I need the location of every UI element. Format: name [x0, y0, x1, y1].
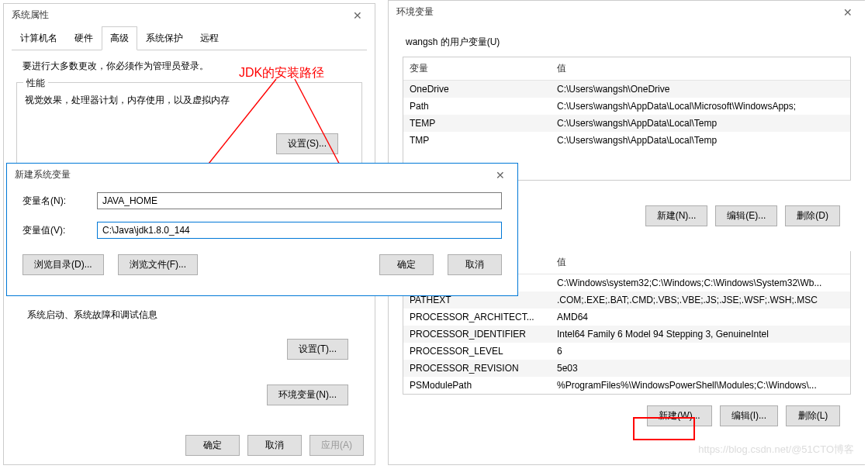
col-val[interactable]: 值 [551, 57, 850, 80]
var-name-label: 变量名(N): [22, 195, 92, 208]
close-icon[interactable]: ✕ [348, 9, 367, 22]
table-row[interactable]: PSModulePath%ProgramFiles%\WindowsPowerS… [403, 377, 850, 394]
sys-delete-button[interactable]: 删除(L) [786, 405, 840, 426]
user-delete-button[interactable]: 删除(D) [785, 205, 840, 226]
perf-settings-button[interactable]: 设置(S)... [276, 133, 338, 154]
cell-value: 5e03 [551, 360, 850, 377]
var-name-input[interactable]: JAVA_HOME [97, 192, 502, 209]
table-row[interactable]: PROCESSOR_ARCHITECT...AMD64 [403, 309, 850, 326]
sys-new-button[interactable]: 新建(W)... [647, 405, 711, 426]
sysprops-cancel-button[interactable]: 取消 [247, 435, 302, 456]
close-icon[interactable]: ✕ [491, 169, 510, 181]
performance-title: 性能 [23, 77, 48, 90]
cell-name: PROCESSOR_ARCHITECT... [403, 309, 551, 326]
sysprops-title: 系统属性 [12, 9, 49, 22]
cell-value: C:\Users\wangsh\AppData\Local\Temp [551, 132, 850, 149]
user-new-button[interactable]: 新建(N)... [645, 205, 708, 226]
table-row[interactable]: PathC:\Users\wangsh\AppData\Local\Micros… [403, 98, 850, 115]
cell-name: OneDrive [403, 81, 551, 98]
cell-value: AMD64 [551, 309, 850, 326]
col-val-sys[interactable]: 值 [551, 251, 850, 274]
newvar-cancel-button[interactable]: 取消 [448, 254, 502, 275]
cell-value: C:\Users\wangsh\AppData\Local\Temp [551, 115, 850, 132]
sysprops-ok-button[interactable]: 确定 [185, 435, 240, 456]
newvar-title: 新建系统变量 [15, 168, 71, 181]
cell-value: C:\Users\wangsh\OneDrive [551, 81, 850, 98]
cell-value: 6 [551, 343, 850, 360]
cell-value: C:\Users\wangsh\AppData\Local\Microsoft\… [551, 98, 850, 115]
newvar-titlebar: 新建系统变量 ✕ [7, 164, 517, 186]
watermark: https://blog.csdn.net/@51CTO博客 [698, 443, 854, 457]
performance-group: 性能 视觉效果，处理器计划，内存使用，以及虚拟内存 设置(S)... [16, 82, 362, 171]
newvar-ok-button[interactable]: 确定 [379, 254, 434, 275]
startup-desc: 系统启动、系统故障和调试信息 [4, 309, 375, 322]
cell-value: %ProgramFiles%\WindowsPowerShell\Modules… [551, 377, 850, 394]
new-system-variable-dialog: 新建系统变量 ✕ 变量名(N): JAVA_HOME 变量值(V): C:\Ja… [6, 163, 518, 296]
cell-value: C:\Windows\system32;C:\Windows;C:\Window… [551, 274, 850, 291]
tab-system-protection[interactable]: 系统保护 [137, 26, 192, 50]
user-vars-label: wangsh 的用户变量(U) [403, 31, 851, 57]
close-icon[interactable]: ✕ [839, 6, 857, 19]
user-vars-list[interactable]: 变量 值 OneDriveC:\Users\wangsh\OneDrivePat… [403, 57, 851, 181]
sysprops-apply-button[interactable]: 应用(A) [310, 435, 364, 456]
var-value-input[interactable]: C:\Java\jdk1.8.0_144 [97, 222, 502, 239]
annotation-text: JDK的安装路径 [239, 65, 324, 81]
cell-name: PROCESSOR_IDENTIFIER [403, 326, 551, 343]
cell-name: TMP [403, 132, 551, 149]
cell-name: TEMP [403, 115, 551, 132]
cell-name: Path [403, 98, 551, 115]
col-var[interactable]: 变量 [403, 57, 551, 80]
cell-name: PROCESSOR_LEVEL [403, 343, 551, 360]
envdlg-title: 环境变量 [396, 5, 434, 19]
tab-remote[interactable]: 远程 [192, 26, 227, 50]
table-row[interactable]: TEMPC:\Users\wangsh\AppData\Local\Temp [403, 115, 850, 132]
env-vars-button[interactable]: 环境变量(N)... [267, 385, 348, 405]
tab-computer-name[interactable]: 计算机名 [12, 26, 66, 50]
table-row[interactable]: PROCESSOR_REVISION5e03 [403, 360, 850, 377]
browse-file-button[interactable]: 浏览文件(F)... [118, 254, 198, 275]
tab-hardware[interactable]: 硬件 [66, 26, 102, 50]
table-row[interactable]: PROCESSOR_IDENTIFIERIntel64 Family 6 Mod… [403, 326, 850, 343]
sys-edit-button[interactable]: 编辑(I)... [720, 405, 778, 426]
table-row[interactable]: PROCESSOR_LEVEL6 [403, 343, 850, 360]
tab-advanced[interactable]: 高级 [102, 26, 137, 50]
sysprops-titlebar: 系统属性 ✕ [4, 4, 375, 26]
cell-value: .COM;.EXE;.BAT;.CMD;.VBS;.VBE;.JS;.JSE;.… [551, 291, 850, 309]
startup-settings-button[interactable]: 设置(T)... [287, 339, 348, 360]
var-value-label: 变量值(V): [22, 224, 92, 237]
cell-name: PROCESSOR_REVISION [403, 360, 551, 377]
cell-name: PSModulePath [403, 377, 551, 394]
table-row[interactable]: TMPC:\Users\wangsh\AppData\Local\Temp [403, 132, 850, 149]
table-row[interactable]: OneDriveC:\Users\wangsh\OneDrive [403, 81, 850, 98]
performance-desc: 视觉效果，处理器计划，内存使用，以及虚拟内存 [25, 91, 354, 129]
envdlg-titlebar: 环境变量 ✕ [389, 1, 865, 23]
user-edit-button[interactable]: 编辑(E)... [715, 205, 777, 226]
sysprops-tabs: 计算机名 硬件 高级 系统保护 远程 [12, 26, 367, 50]
cell-value: Intel64 Family 6 Model 94 Stepping 3, Ge… [551, 326, 850, 343]
browse-dir-button[interactable]: 浏览目录(D)... [22, 254, 104, 275]
